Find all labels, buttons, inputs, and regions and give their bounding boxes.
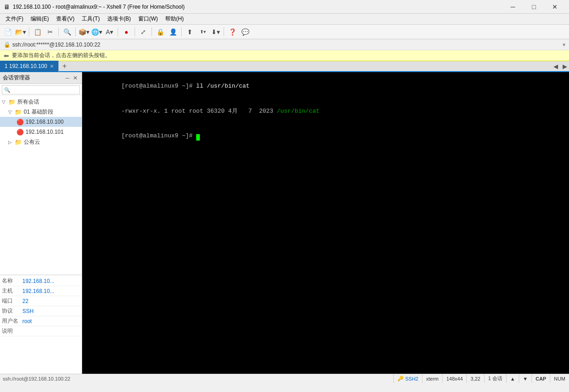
minimize-button[interactable]: ─ (502, 0, 523, 14)
tree-group-cloud[interactable]: ▷ 📁 公有云 (0, 137, 82, 147)
menu-file[interactable]: 文件(F) (2, 14, 27, 24)
sidebar-search (0, 84, 82, 96)
tb-dropdown1[interactable]: 📦▾ (78, 26, 90, 38)
sidebar-title: 会话管理器 (3, 74, 30, 82)
tb-new[interactable]: 📄 (2, 26, 14, 38)
tb-lock[interactable]: 🔒 (154, 26, 166, 38)
tb-search[interactable]: 🔍 (61, 26, 73, 38)
tb-help[interactable]: ❓ (226, 26, 238, 38)
sidebar: 会话管理器 ─ ✕ ▽ 📁 所有会话 (0, 72, 82, 374)
menu-edit[interactable]: 编辑(E) (27, 14, 52, 24)
tb-red[interactable]: ● (120, 26, 132, 38)
tb-cut[interactable]: ✂ (44, 26, 56, 38)
prop-value-host: 192.168.10... (21, 288, 82, 294)
prop-value-username: root (21, 318, 82, 324)
tab-nav-right-button[interactable]: ▶ (561, 61, 569, 71)
tree-root-all-sessions[interactable]: ▽ 📁 所有会话 (0, 97, 82, 107)
tb-font[interactable]: A▾ (104, 26, 115, 38)
tree-session-101[interactable]: 🔴 192.168.10.101 (0, 127, 82, 137)
prop-row-username: 用户名 root (0, 316, 82, 326)
menu-help[interactable]: 帮助(H) (162, 14, 188, 24)
session-icon-100: 🔴 (16, 119, 24, 125)
maximize-button[interactable]: □ (523, 0, 544, 14)
tb-sep6 (151, 27, 152, 37)
prop-label-protocol: 协议 (0, 307, 21, 315)
prop-label-username: 用户名 (0, 317, 21, 325)
tree-label-cloud: 公有云 (24, 138, 40, 146)
status-path-text: ssh://root@192.168.10.100:22 (3, 376, 70, 382)
lock-icon: 🔒 (4, 42, 10, 48)
tb-person[interactable]: 👤 (167, 26, 179, 38)
sidebar-close-button[interactable]: ✕ (72, 74, 79, 82)
sidebar-tree-area: ▽ 📁 所有会话 ▽ 📁 01 基础阶段 (0, 96, 82, 275)
term-cmd-1: ll /usr/bin/cat (196, 83, 250, 89)
folder-icon-cloud: 📁 (15, 139, 22, 146)
term-prompt-1: [root@almalinux9 ~]# (121, 83, 196, 89)
tb-upload2[interactable]: ⬆▾ (197, 26, 209, 38)
tree-label-101: 192.168.10.101 (26, 129, 63, 135)
session-expand-arrow[interactable]: ▾ (563, 42, 565, 48)
menu-tabs[interactable]: 选项卡(B) (104, 14, 135, 24)
tb-sep1 (29, 27, 29, 37)
main-wrapper: 1 192.168.10.100 ✕ + ◀ ▶ 会话管理器 ─ ✕ (0, 61, 569, 383)
prop-row-port: 端口 22 (0, 296, 82, 306)
notice-arrow-icon: ⬅ (4, 52, 9, 59)
tree-expand-root: ▽ (2, 99, 7, 105)
status-nav-up[interactable]: ▲ (506, 374, 519, 383)
session-path: ssh://root:******@192.168.10.100:22 (12, 42, 563, 48)
tb-sep5 (135, 27, 135, 37)
tb-chat[interactable]: 💬 (239, 26, 251, 38)
status-nav-down[interactable]: ▼ (519, 374, 532, 383)
properties-panel: 名称 192.168.10... 主机 192.168.10... 端口 22 … (0, 275, 82, 374)
sidebar-header-icons: ─ ✕ (64, 74, 79, 82)
menu-tools[interactable]: 工具(T) (78, 14, 103, 24)
tb-download[interactable]: ⬇▾ (209, 26, 221, 38)
status-bar: ssh://root@192.168.10.100:22 🔑 SSH2 xter… (0, 374, 569, 383)
status-ssh2: 🔑 SSH2 (393, 374, 422, 383)
term-output-1: -rwxr-xr-x. 1 root root 36320 4月 7 2023 (121, 108, 277, 115)
prop-row-host: 主机 192.168.10... (0, 286, 82, 296)
menu-window[interactable]: 窗口(W) (135, 14, 162, 24)
tb-globe[interactable]: 🌐▾ (91, 26, 103, 38)
folder-icon-root: 📁 (8, 99, 16, 105)
tab-add-button[interactable]: + (59, 61, 70, 72)
term-prompt-3: [root@almalinux9 ~]# (121, 132, 196, 139)
tree-label-100: 192.168.10.100 (26, 119, 63, 125)
prop-value-protocol: SSH (21, 308, 82, 314)
prop-label-port: 端口 (0, 297, 21, 305)
prop-label-host: 主机 (0, 287, 21, 295)
prop-label-description: 说明 (0, 327, 21, 335)
status-path: ssh://root@192.168.10.100:22 (0, 376, 393, 382)
close-button[interactable]: ✕ (544, 0, 565, 14)
tree-session-100[interactable]: 🔴 192.168.10.100 (0, 117, 82, 127)
tb-sep7 (181, 27, 182, 37)
key-icon: 🔑 (397, 376, 404, 382)
content-area: 会话管理器 ─ ✕ ▽ 📁 所有会话 (0, 72, 569, 374)
tab-nav-left-button[interactable]: ◀ (552, 61, 560, 71)
sidebar-inner: 会话管理器 ─ ✕ ▽ 📁 所有会话 (0, 72, 82, 374)
tab-bar: 1 192.168.10.100 ✕ + ◀ ▶ (0, 61, 569, 72)
tb-upload[interactable]: ⬆ (184, 26, 196, 38)
status-size: 148x44 (442, 374, 466, 383)
sidebar-search-input[interactable] (2, 85, 80, 94)
terminal-area[interactable]: [root@almalinux9 ~]# ll /usr/bin/cat -rw… (82, 72, 569, 374)
tb-sep3 (75, 27, 76, 37)
tree-label-root: 所有会话 (17, 98, 39, 106)
tb-open-dropdown[interactable]: 📂▾ (15, 26, 26, 38)
sidebar-collapse-button[interactable]: ─ (64, 74, 71, 82)
menu-view[interactable]: 查看(V) (52, 14, 78, 24)
tab-session-1[interactable]: 1 192.168.10.100 ✕ (0, 61, 59, 72)
tb-copy[interactable]: 📋 (31, 26, 43, 38)
prop-empty-space (0, 336, 82, 373)
menu-bar: 文件(F) 编辑(E) 查看(V) 工具(T) 选项卡(B) 窗口(W) 帮助(… (0, 14, 569, 25)
prop-row-name: 名称 192.168.10... (0, 276, 82, 286)
tree-expand-cloud: ▷ (8, 140, 14, 145)
tree-group-01[interactable]: ▽ 📁 01 基础阶段 (0, 107, 82, 117)
tab-close-1[interactable]: ✕ (50, 63, 54, 69)
folder-icon-01: 📁 (15, 109, 22, 115)
tb-expand[interactable]: ⤢ (137, 26, 149, 38)
title-bar: 🖥 192.168.10.100 - root@almalinux9:~ - X… (0, 0, 569, 14)
notice-bar: ⬅ 要添加当前会话，点击左侧的箭头按钮。 (0, 50, 569, 61)
sidebar-header: 会话管理器 ─ ✕ (0, 72, 82, 84)
status-cap: CAP (532, 374, 550, 383)
